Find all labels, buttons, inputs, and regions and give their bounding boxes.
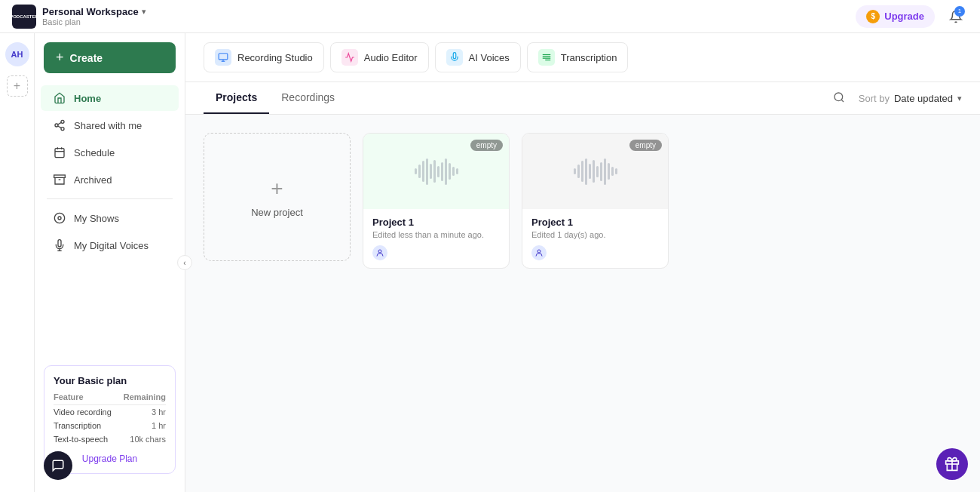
notification-button[interactable]: 1 [944,5,968,29]
card-subtitle-1: Edited less than a minute ago. [372,230,500,239]
sidebar-item-myshows[interactable]: My Shows [41,205,179,231]
content-area: Recording Studio Audio Editor AI Voices … [185,33,980,492]
transcription-icon [538,49,555,66]
main-layout: AH + + Create Home Shared with me [0,33,980,492]
project-card-2[interactable]: empty Project 1 Edited 1 day(s) ago. [522,133,669,269]
topbar-right: $ Upgrade 1 [856,5,968,29]
create-plus-icon: + [56,50,64,66]
transcription-button[interactable]: Transcription [527,42,629,72]
card-info-2: Project 1 Edited 1 day(s) ago. [522,209,668,268]
waveform-2 [574,156,617,186]
card-info-1: Project 1 Edited less than a minute ago. [363,209,509,268]
svg-rect-15 [219,54,228,60]
plan-table: Feature Remaining Video recording3 hrTra… [54,392,166,446]
chat-widget-button[interactable] [44,451,72,480]
sidebar-item-shared[interactable]: Shared with me [41,112,179,138]
gift-widget-button[interactable] [936,448,968,480]
plan-row: Video recording3 hr [54,405,166,420]
notif-badge: 1 [954,6,965,17]
svg-line-23 [841,100,844,102]
audio-editor-icon [341,49,358,66]
plan-remaining: 1 hr [118,419,166,432]
audio-editor-button[interactable]: Audio Editor [330,42,429,72]
svg-point-24 [378,250,381,253]
ai-voices-label: AI Voices [469,52,510,63]
project-card-1[interactable]: empty Project 1 Edited less than a minut… [363,133,510,269]
content-toolbar: Recording Studio Audio Editor AI Voices … [185,33,980,82]
gift-icon [945,457,960,472]
search-button[interactable] [830,88,848,109]
projects-grid: + New project [185,115,980,287]
plan-remaining: 10k chars [118,432,166,446]
sidebar-item-schedule-label: Schedule [74,147,115,158]
plan-feature: Text-to-speech [54,432,118,446]
shows-icon [53,211,66,225]
svg-rect-5 [55,149,64,158]
sidebar-item-home[interactable]: Home [41,85,179,111]
svg-point-2 [61,128,64,131]
svg-rect-9 [54,175,66,177]
svg-point-25 [537,250,541,253]
tab-recordings[interactable]: Recordings [269,82,347,114]
plan-col-remaining: Remaining [118,392,166,405]
svg-point-1 [55,124,58,127]
nav-section-main: Home Shared with me Schedule Archived [35,85,185,356]
card-avatar-2 [531,245,547,260]
plan-feature: Transcription [54,419,118,432]
nav-divider [47,198,173,199]
transcription-label: Transcription [561,52,617,63]
sidebar-collapse-button[interactable]: ‹ [177,255,192,270]
workspace-info[interactable]: Personal Workspace ▾ Basic plan [42,6,146,26]
sidebar-item-digitalvoices[interactable]: My Digital Voices [41,232,179,258]
ai-voices-button[interactable]: AI Voices [435,42,521,72]
sidebar-item-archived[interactable]: Archived [41,167,179,192]
recording-studio-icon [215,49,231,66]
plus-icon: + [14,79,20,93]
coin-icon: $ [866,10,880,23]
archive-icon [53,173,66,186]
ai-voices-icon [446,49,463,66]
sidebar-item-home-label: Home [74,93,101,104]
sidebar-item-shared-label: Shared with me [74,120,142,131]
card-subtitle-2: Edited 1 day(s) ago. [531,230,659,239]
plan-row: Text-to-speech10k chars [54,432,166,446]
card-thumb-1: empty [363,134,509,209]
svg-point-22 [835,93,843,101]
logo: PODCASTER [12,5,36,29]
tab-projects[interactable]: Projects [204,82,269,114]
avatar[interactable]: AH [5,42,29,66]
topbar: PODCASTER Personal Workspace ▾ Basic pla… [0,0,980,33]
card-thumb-2: empty [522,134,668,209]
recording-studio-label: Recording Studio [237,52,313,63]
card-title-2: Project 1 [531,217,659,228]
recording-studio-button[interactable]: Recording Studio [204,42,324,72]
sidebar-narrow: AH + [0,33,35,492]
new-project-label: New project [251,207,303,218]
add-workspace-button[interactable]: + [7,75,28,97]
upgrade-button[interactable]: $ Upgrade [856,5,935,28]
tabs: Projects Recordings [204,82,347,114]
audio-editor-label: Audio Editor [364,52,418,63]
search-icon [833,91,845,103]
card-badge-2: empty [629,140,662,151]
svg-point-11 [54,213,64,223]
sidebar-item-archived-label: Archived [74,174,112,186]
sort-row: Sort by Date updated ▾ [830,88,962,109]
sidebar-item-digitalvoices-label: My Digital Voices [74,240,149,251]
sort-value: Date updated [894,93,953,104]
sort-chevron-icon: ▾ [957,94,962,103]
voice-icon [53,238,66,252]
create-button[interactable]: + Create [44,42,176,73]
sidebar-item-schedule[interactable]: Schedule [41,140,179,165]
plan-title: Your Basic plan [54,375,166,386]
svg-point-0 [61,120,64,123]
svg-line-4 [58,122,62,125]
workspace-chevron-icon: ▾ [142,7,146,17]
new-project-card[interactable]: + New project [204,133,351,261]
sort-label: Sort by [859,93,890,104]
sidebar-wide: + Create Home Shared with me Schedule [35,33,185,492]
svg-point-12 [58,217,61,220]
tabs-row: Projects Recordings Sort by Date updated… [185,82,980,115]
plan-remaining: 3 hr [118,405,166,420]
plan-row: Transcription1 hr [54,419,166,432]
